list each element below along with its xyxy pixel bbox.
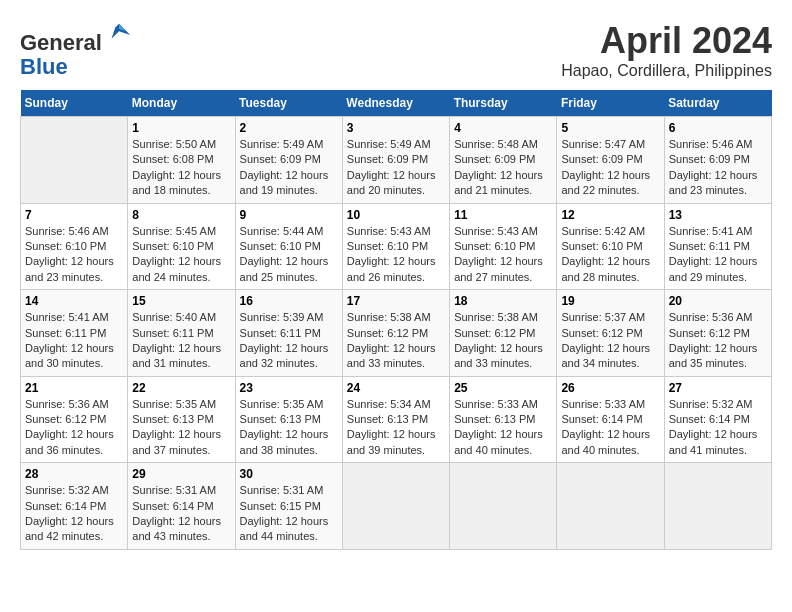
calendar-cell: 17Sunrise: 5:38 AM Sunset: 6:12 PM Dayli… [342, 290, 449, 377]
calendar-cell: 21Sunrise: 5:36 AM Sunset: 6:12 PM Dayli… [21, 376, 128, 463]
day-number: 7 [25, 208, 123, 222]
day-info: Sunrise: 5:35 AM Sunset: 6:13 PM Dayligh… [240, 397, 338, 459]
day-info: Sunrise: 5:42 AM Sunset: 6:10 PM Dayligh… [561, 224, 659, 286]
calendar-cell: 10Sunrise: 5:43 AM Sunset: 6:10 PM Dayli… [342, 203, 449, 290]
logo: General Blue [20, 20, 134, 79]
calendar-cell: 6Sunrise: 5:46 AM Sunset: 6:09 PM Daylig… [664, 117, 771, 204]
day-info: Sunrise: 5:37 AM Sunset: 6:12 PM Dayligh… [561, 310, 659, 372]
day-info: Sunrise: 5:33 AM Sunset: 6:13 PM Dayligh… [454, 397, 552, 459]
day-info: Sunrise: 5:48 AM Sunset: 6:09 PM Dayligh… [454, 137, 552, 199]
calendar-cell: 18Sunrise: 5:38 AM Sunset: 6:12 PM Dayli… [450, 290, 557, 377]
calendar-cell: 15Sunrise: 5:40 AM Sunset: 6:11 PM Dayli… [128, 290, 235, 377]
day-info: Sunrise: 5:32 AM Sunset: 6:14 PM Dayligh… [25, 483, 123, 545]
calendar-cell [342, 463, 449, 550]
column-header-monday: Monday [128, 90, 235, 117]
calendar-week-row: 1Sunrise: 5:50 AM Sunset: 6:08 PM Daylig… [21, 117, 772, 204]
day-number: 15 [132, 294, 230, 308]
column-header-wednesday: Wednesday [342, 90, 449, 117]
day-info: Sunrise: 5:49 AM Sunset: 6:09 PM Dayligh… [240, 137, 338, 199]
calendar-cell: 1Sunrise: 5:50 AM Sunset: 6:08 PM Daylig… [128, 117, 235, 204]
column-header-saturday: Saturday [664, 90, 771, 117]
calendar-week-row: 14Sunrise: 5:41 AM Sunset: 6:11 PM Dayli… [21, 290, 772, 377]
day-number: 17 [347, 294, 445, 308]
day-info: Sunrise: 5:34 AM Sunset: 6:13 PM Dayligh… [347, 397, 445, 459]
calendar-cell: 16Sunrise: 5:39 AM Sunset: 6:11 PM Dayli… [235, 290, 342, 377]
calendar-cell: 24Sunrise: 5:34 AM Sunset: 6:13 PM Dayli… [342, 376, 449, 463]
calendar-cell: 3Sunrise: 5:49 AM Sunset: 6:09 PM Daylig… [342, 117, 449, 204]
day-info: Sunrise: 5:41 AM Sunset: 6:11 PM Dayligh… [669, 224, 767, 286]
day-number: 2 [240, 121, 338, 135]
day-number: 8 [132, 208, 230, 222]
column-header-thursday: Thursday [450, 90, 557, 117]
day-info: Sunrise: 5:32 AM Sunset: 6:14 PM Dayligh… [669, 397, 767, 459]
day-number: 28 [25, 467, 123, 481]
day-number: 3 [347, 121, 445, 135]
day-number: 24 [347, 381, 445, 395]
calendar-cell [664, 463, 771, 550]
calendar-week-row: 28Sunrise: 5:32 AM Sunset: 6:14 PM Dayli… [21, 463, 772, 550]
day-number: 26 [561, 381, 659, 395]
logo-bird-icon [104, 20, 134, 50]
calendar-cell: 22Sunrise: 5:35 AM Sunset: 6:13 PM Dayli… [128, 376, 235, 463]
calendar-cell [21, 117, 128, 204]
calendar-header-row: SundayMondayTuesdayWednesdayThursdayFrid… [21, 90, 772, 117]
day-number: 30 [240, 467, 338, 481]
day-number: 21 [25, 381, 123, 395]
day-info: Sunrise: 5:47 AM Sunset: 6:09 PM Dayligh… [561, 137, 659, 199]
calendar-cell: 19Sunrise: 5:37 AM Sunset: 6:12 PM Dayli… [557, 290, 664, 377]
calendar-cell: 30Sunrise: 5:31 AM Sunset: 6:15 PM Dayli… [235, 463, 342, 550]
calendar-cell [450, 463, 557, 550]
calendar-cell: 28Sunrise: 5:32 AM Sunset: 6:14 PM Dayli… [21, 463, 128, 550]
day-info: Sunrise: 5:46 AM Sunset: 6:10 PM Dayligh… [25, 224, 123, 286]
title-section: April 2024 Hapao, Cordillera, Philippine… [561, 20, 772, 80]
logo-blue-text: Blue [20, 54, 68, 79]
column-header-tuesday: Tuesday [235, 90, 342, 117]
calendar-week-row: 21Sunrise: 5:36 AM Sunset: 6:12 PM Dayli… [21, 376, 772, 463]
calendar-cell: 27Sunrise: 5:32 AM Sunset: 6:14 PM Dayli… [664, 376, 771, 463]
calendar-cell: 7Sunrise: 5:46 AM Sunset: 6:10 PM Daylig… [21, 203, 128, 290]
day-info: Sunrise: 5:46 AM Sunset: 6:09 PM Dayligh… [669, 137, 767, 199]
day-number: 20 [669, 294, 767, 308]
day-number: 22 [132, 381, 230, 395]
calendar-cell: 4Sunrise: 5:48 AM Sunset: 6:09 PM Daylig… [450, 117, 557, 204]
calendar-cell: 11Sunrise: 5:43 AM Sunset: 6:10 PM Dayli… [450, 203, 557, 290]
day-number: 25 [454, 381, 552, 395]
calendar-cell [557, 463, 664, 550]
day-number: 29 [132, 467, 230, 481]
day-number: 5 [561, 121, 659, 135]
page-header: General Blue April 2024 Hapao, Cordiller… [20, 20, 772, 80]
day-info: Sunrise: 5:40 AM Sunset: 6:11 PM Dayligh… [132, 310, 230, 372]
day-info: Sunrise: 5:39 AM Sunset: 6:11 PM Dayligh… [240, 310, 338, 372]
page-subtitle: Hapao, Cordillera, Philippines [561, 62, 772, 80]
calendar-cell: 9Sunrise: 5:44 AM Sunset: 6:10 PM Daylig… [235, 203, 342, 290]
day-number: 11 [454, 208, 552, 222]
day-info: Sunrise: 5:36 AM Sunset: 6:12 PM Dayligh… [669, 310, 767, 372]
day-info: Sunrise: 5:43 AM Sunset: 6:10 PM Dayligh… [347, 224, 445, 286]
day-number: 18 [454, 294, 552, 308]
day-number: 23 [240, 381, 338, 395]
day-info: Sunrise: 5:38 AM Sunset: 6:12 PM Dayligh… [347, 310, 445, 372]
day-info: Sunrise: 5:50 AM Sunset: 6:08 PM Dayligh… [132, 137, 230, 199]
calendar-week-row: 7Sunrise: 5:46 AM Sunset: 6:10 PM Daylig… [21, 203, 772, 290]
day-info: Sunrise: 5:43 AM Sunset: 6:10 PM Dayligh… [454, 224, 552, 286]
day-info: Sunrise: 5:44 AM Sunset: 6:10 PM Dayligh… [240, 224, 338, 286]
day-info: Sunrise: 5:45 AM Sunset: 6:10 PM Dayligh… [132, 224, 230, 286]
calendar-cell: 20Sunrise: 5:36 AM Sunset: 6:12 PM Dayli… [664, 290, 771, 377]
calendar-cell: 23Sunrise: 5:35 AM Sunset: 6:13 PM Dayli… [235, 376, 342, 463]
calendar-cell: 12Sunrise: 5:42 AM Sunset: 6:10 PM Dayli… [557, 203, 664, 290]
day-number: 4 [454, 121, 552, 135]
day-number: 27 [669, 381, 767, 395]
column-header-friday: Friday [557, 90, 664, 117]
page-title: April 2024 [561, 20, 772, 62]
day-info: Sunrise: 5:49 AM Sunset: 6:09 PM Dayligh… [347, 137, 445, 199]
calendar-cell: 2Sunrise: 5:49 AM Sunset: 6:09 PM Daylig… [235, 117, 342, 204]
column-header-sunday: Sunday [21, 90, 128, 117]
day-info: Sunrise: 5:31 AM Sunset: 6:15 PM Dayligh… [240, 483, 338, 545]
day-info: Sunrise: 5:35 AM Sunset: 6:13 PM Dayligh… [132, 397, 230, 459]
calendar-cell: 5Sunrise: 5:47 AM Sunset: 6:09 PM Daylig… [557, 117, 664, 204]
calendar-cell: 29Sunrise: 5:31 AM Sunset: 6:14 PM Dayli… [128, 463, 235, 550]
calendar-cell: 14Sunrise: 5:41 AM Sunset: 6:11 PM Dayli… [21, 290, 128, 377]
day-number: 19 [561, 294, 659, 308]
calendar-table: SundayMondayTuesdayWednesdayThursdayFrid… [20, 90, 772, 550]
logo-general-text: General [20, 30, 102, 55]
